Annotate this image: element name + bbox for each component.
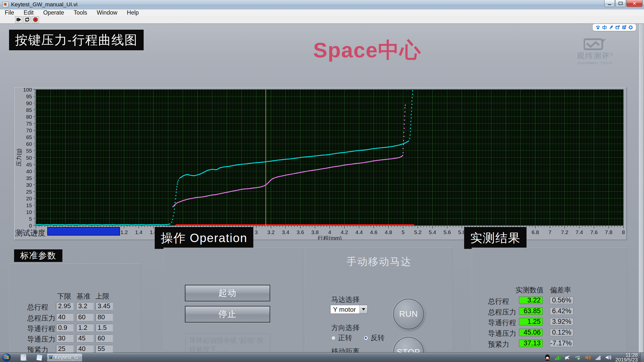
measured-value: 1.25 xyxy=(519,318,543,325)
svg-text:3: 3 xyxy=(255,229,258,235)
volume-orange-icon[interactable] xyxy=(585,354,591,360)
volume-icon[interactable] xyxy=(605,354,612,360)
svg-text:压力(g): 压力(g) xyxy=(16,149,22,166)
menu-item-operate[interactable]: Operate xyxy=(38,9,69,16)
params-row-label: 总程压力 xyxy=(27,313,55,323)
network-tool-icon[interactable] xyxy=(565,354,571,360)
operation-panel: 起动 停止 等待起动指令或 '起动' 按钮被按下...... xyxy=(164,248,303,351)
gear-icon[interactable] xyxy=(628,25,633,30)
svg-text:35: 35 xyxy=(26,175,32,181)
svg-text:0: 0 xyxy=(24,355,25,356)
menu-item-tools[interactable]: Tools xyxy=(69,9,92,16)
measured-value: 37.13 xyxy=(519,340,543,347)
calculator-icon[interactable]: 0 xyxy=(20,354,27,361)
params-value-input[interactable]: 55 xyxy=(96,345,113,352)
center-mark-icon[interactable] xyxy=(602,25,607,30)
calendar-icon[interactable]: 1 xyxy=(615,25,620,30)
menu-item-help[interactable]: Help xyxy=(122,9,143,16)
wifi-signal-green-icon[interactable] xyxy=(554,354,560,360)
minimize-button[interactable] xyxy=(604,0,615,7)
stop-button[interactable]: 停止 xyxy=(185,306,270,323)
menu-item-edit[interactable]: Edit xyxy=(19,9,38,16)
params-value-input[interactable]: 60 xyxy=(96,334,113,342)
svg-text:50: 50 xyxy=(26,155,32,161)
clock-date: 2019/5/23 xyxy=(615,357,638,362)
menu-item-file[interactable]: File xyxy=(0,9,19,16)
svg-text:行程(mm): 行程(mm) xyxy=(318,235,342,240)
results-plaque-text: 实测结果 xyxy=(470,230,520,246)
chart-title-text: 按键压力-行程曲线图 xyxy=(15,32,138,49)
params-value-input[interactable]: 3.45 xyxy=(96,302,113,310)
notepad-icon[interactable] xyxy=(36,354,43,361)
params-value-input[interactable]: 60 xyxy=(76,313,94,321)
safety-check-icon[interactable] xyxy=(575,354,581,360)
svg-text:5: 5 xyxy=(29,216,32,222)
start-button[interactable]: 起动 xyxy=(185,285,270,301)
radio-icon[interactable] xyxy=(331,336,336,340)
system-tray xyxy=(544,354,612,361)
show-desktop-button[interactable] xyxy=(640,353,644,362)
params-row-label: 导通行程 xyxy=(27,324,55,334)
title-bar: Keytest_GW_manual_UI.vi ✕ xyxy=(0,0,644,9)
operation-plaque-text: 操作 Operation xyxy=(161,230,247,246)
params-value-input[interactable]: 1.5 xyxy=(96,324,113,331)
svg-text:4.6: 4.6 xyxy=(370,229,377,235)
params-value-input[interactable]: 25 xyxy=(56,345,73,352)
close-button[interactable]: ✕ xyxy=(626,0,642,7)
svg-text:100: 100 xyxy=(23,87,32,93)
deviation-value: 6.42% xyxy=(550,307,573,315)
direction-option[interactable]: 反转 xyxy=(364,333,385,343)
svg-text:7.6: 7.6 xyxy=(590,229,598,235)
front-panel: 按键压力-行程曲线图 Space中心 观纬测评® GUANWEI TECH 1 … xyxy=(0,24,644,352)
pencil-icon[interactable] xyxy=(609,25,614,30)
results-col-header: 偏差率 xyxy=(540,285,581,295)
guanwei-logo: 观纬测评® GUANWEI TECH xyxy=(575,38,615,65)
guanwei-logo-cn: 观纬测评® xyxy=(575,51,615,61)
run-continuous-icon[interactable] xyxy=(23,16,31,23)
abort-icon[interactable] xyxy=(32,16,39,23)
params-value-input[interactable]: 45 xyxy=(76,334,94,342)
svg-text:1.2: 1.2 xyxy=(120,229,128,235)
svg-text:3.4: 3.4 xyxy=(282,229,290,235)
params-value-input[interactable]: 40 xyxy=(56,313,73,321)
results-row-label: 导通压力 xyxy=(488,329,516,338)
params-value-input[interactable]: 1.2 xyxy=(76,324,94,331)
chevron-down-icon[interactable] xyxy=(359,305,367,313)
motor-select-value: Y motor xyxy=(331,305,359,313)
params-value-input[interactable]: 30 xyxy=(56,334,73,342)
taskbar-clock[interactable]: 11:28 2019/5/23 xyxy=(615,353,638,362)
menu-item-window[interactable]: Window xyxy=(92,9,122,16)
params-col-header: 上限 xyxy=(91,292,114,301)
taskbar-task-button[interactable]: Keytest_G... xyxy=(47,353,83,362)
measured-value: 45.06 xyxy=(519,329,543,336)
network-signal-icon[interactable] xyxy=(595,354,601,360)
direction-option[interactable]: 正转 xyxy=(331,333,352,343)
notes-icon[interactable] xyxy=(622,25,627,30)
chart-title-plaque: 按键压力-行程曲线图 xyxy=(9,30,144,50)
vertical-scrollbar[interactable] xyxy=(638,24,643,352)
run-arrow-icon[interactable] xyxy=(15,16,22,23)
svg-text:70: 70 xyxy=(26,127,32,133)
params-value-input[interactable]: 2.95 xyxy=(56,302,73,310)
run-button[interactable]: RUN xyxy=(393,299,424,329)
params-value-input[interactable]: 3.2 xyxy=(76,302,94,310)
params-plaque: 标准参数 xyxy=(14,249,62,262)
params-value-input[interactable]: 80 xyxy=(96,313,113,321)
svg-text:7: 7 xyxy=(548,229,551,235)
maximize-button[interactable] xyxy=(615,0,626,7)
motor-select-dropdown[interactable]: Y motor xyxy=(330,305,368,314)
params-value-input[interactable]: 0.9 xyxy=(56,324,73,331)
start-button[interactable] xyxy=(2,353,11,362)
labview-vi-icon xyxy=(3,2,9,7)
svg-text:80: 80 xyxy=(26,114,32,120)
qq-icon[interactable] xyxy=(544,354,550,361)
paw-icon[interactable] xyxy=(595,25,600,30)
params-value-input[interactable]: 40 xyxy=(76,345,94,352)
results-row-label: 总行程 xyxy=(488,297,509,306)
radio-selected-icon[interactable] xyxy=(364,336,368,340)
labview-task-icon xyxy=(49,354,53,360)
results-row-label: 导通行程 xyxy=(488,318,516,328)
motor-panel: 手动移动马达 马达选择 Y motor 方向选择 正转反转 移动距离 0.50 … xyxy=(305,248,453,351)
svg-text:5.2: 5.2 xyxy=(414,229,421,235)
svg-text:3.2: 3.2 xyxy=(267,229,274,235)
